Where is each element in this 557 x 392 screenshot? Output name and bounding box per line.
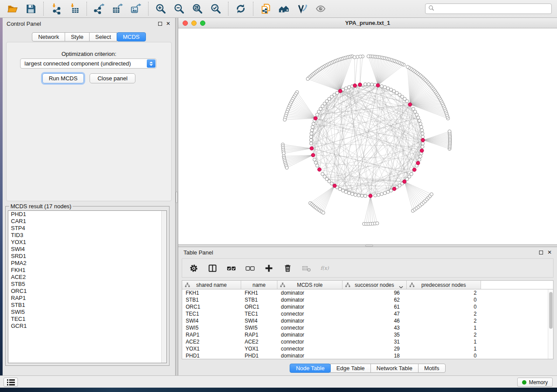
run-mcds-button[interactable]: Run MCDS: [42, 73, 84, 83]
open-folder-icon[interactable]: [5, 1, 20, 16]
memory-button[interactable]: Memory: [517, 378, 553, 387]
close-panel-icon[interactable]: ✕: [166, 21, 170, 27]
tab-edge-table[interactable]: Edge Table: [330, 364, 371, 373]
table-row[interactable]: ORC1ORC1dominator610: [182, 303, 548, 310]
zoom-out-icon[interactable]: [172, 1, 187, 16]
tab-style[interactable]: Style: [65, 32, 90, 41]
tab-motifs[interactable]: Motifs: [418, 364, 446, 373]
float-panel-icon[interactable]: [158, 22, 162, 26]
delete-column-icon[interactable]: [282, 263, 293, 273]
zoom-in-icon[interactable]: [153, 1, 168, 16]
mcds-hub-node[interactable]: [310, 147, 313, 150]
mcds-result-item[interactable]: STP4: [8, 225, 166, 232]
search-input[interactable]: [437, 6, 549, 12]
select-all-checkboxes-icon[interactable]: [226, 263, 236, 273]
table-row[interactable]: YOX1YOX1connector291: [182, 345, 548, 352]
network-canvas[interactable]: [178, 28, 557, 244]
column-header-shared-name[interactable]: shared name: [182, 281, 241, 289]
mcds-hub-node[interactable]: [311, 153, 315, 157]
table-row[interactable]: TEC1TEC1connector472: [182, 310, 548, 317]
column-header-MCDS-role[interactable]: MCDS role: [277, 281, 343, 289]
mcds-result-item[interactable]: SWI5: [8, 309, 166, 316]
tab-network[interactable]: Network: [32, 32, 65, 41]
add-column-icon[interactable]: [263, 263, 274, 273]
scrollbar-thumb[interactable]: [549, 292, 553, 329]
column-header-name[interactable]: name: [241, 281, 277, 289]
mcds-hub-node[interactable]: [314, 117, 317, 120]
table-scrollbar[interactable]: [548, 289, 553, 359]
close-panel-button[interactable]: Close panel: [90, 73, 135, 83]
mcds-hub-node[interactable]: [416, 161, 420, 165]
import-network-icon[interactable]: [48, 1, 63, 16]
tab-network-table[interactable]: Network Table: [370, 364, 419, 373]
mcds-result-item[interactable]: PMA2: [8, 260, 166, 267]
export-table-icon[interactable]: [110, 1, 125, 16]
mcds-hub-node[interactable]: [369, 194, 372, 198]
mcds-result-list[interactable]: PHD1CAR1STP4TID3YOX1SWI4SRD1PMA2FKH1ACE2…: [8, 210, 167, 363]
mcds-result-item[interactable]: ORC1: [8, 288, 166, 295]
close-panel-icon[interactable]: ✕: [547, 249, 552, 255]
export-image-icon[interactable]: [128, 1, 143, 16]
mcds-result-item[interactable]: SWI4: [8, 246, 166, 253]
task-list-button[interactable]: [3, 378, 18, 387]
tab-mcds[interactable]: MCDS: [117, 32, 145, 41]
mcds-hub-node[interactable]: [403, 180, 406, 183]
table-row[interactable]: FKH1FKH1dominator962: [182, 289, 548, 296]
mcds-hub-node[interactable]: [421, 138, 425, 142]
refresh-icon[interactable]: [233, 1, 248, 16]
import-table-icon[interactable]: [67, 1, 82, 16]
eye-icon[interactable]: [313, 1, 328, 16]
column-header-successor-nodes[interactable]: successor nodes: [343, 281, 407, 289]
export-network-icon[interactable]: [92, 1, 107, 16]
column-layout-icon[interactable]: [207, 263, 218, 273]
table-row[interactable]: PHD1PHD1dominator180: [182, 352, 548, 359]
splitter-grip[interactable]: [176, 192, 178, 203]
mcds-result-item[interactable]: GCR1: [8, 323, 166, 330]
mcds-result-item[interactable]: TEC1: [8, 316, 166, 323]
table-row[interactable]: SWI4SWI4dominator462: [182, 317, 548, 324]
mcds-hub-node[interactable]: [318, 168, 321, 171]
settings-gear-icon[interactable]: [188, 263, 199, 273]
mcds-result-item[interactable]: PHD1: [8, 211, 166, 218]
zoom-selected-icon[interactable]: [208, 1, 223, 16]
mcds-result-item[interactable]: STB1: [8, 302, 166, 309]
tab-node-table[interactable]: Node Table: [290, 364, 331, 373]
search-icon: [428, 5, 437, 13]
mcds-hub-node[interactable]: [420, 149, 424, 152]
mcds-hub-node[interactable]: [339, 89, 342, 93]
mcds-hub-node[interactable]: [376, 83, 380, 87]
mcds-hub-node[interactable]: [392, 187, 396, 190]
houses-icon[interactable]: [277, 1, 291, 16]
mcds-result-item[interactable]: TID3: [8, 232, 166, 239]
mcds-result-item[interactable]: RAP1: [8, 295, 166, 302]
vertical-splitter[interactable]: [175, 18, 178, 375]
mcds-result-item[interactable]: FKH1: [8, 267, 166, 274]
mcds-hub-node[interactable]: [412, 168, 416, 172]
tab-select[interactable]: Select: [89, 32, 117, 41]
table-row[interactable]: SWI5SWI5connector431: [182, 324, 548, 331]
network-titlebar[interactable]: YPA_prune.txt_1: [178, 18, 557, 28]
table-row[interactable]: RAP1RAP1dominator352: [182, 331, 548, 338]
mcds-hub-node[interactable]: [333, 184, 336, 187]
mcds-result-item[interactable]: CAR1: [8, 218, 166, 225]
deselect-checkboxes-icon[interactable]: [245, 263, 255, 273]
mcds-result-item[interactable]: YOX1: [8, 239, 166, 246]
documents-share-icon[interactable]: [258, 1, 273, 16]
save-icon[interactable]: [24, 1, 38, 16]
float-panel-icon[interactable]: [539, 251, 543, 254]
mcds-result-item[interactable]: STB5: [8, 281, 166, 288]
vizmapper-icon[interactable]: [295, 1, 310, 16]
optimization-select[interactable]: largest connected component (undirected): [20, 58, 156, 69]
table-row[interactable]: ACE2ACE2connector311: [182, 338, 548, 345]
mcds-hub-node[interactable]: [353, 84, 356, 87]
mcds-hub-node[interactable]: [358, 83, 362, 86]
splitter-grip[interactable]: [365, 245, 373, 247]
search-box[interactable]: [425, 3, 552, 14]
mcds-hub-node[interactable]: [408, 103, 412, 106]
column-header-predecessor-nodes[interactable]: predecessor nodes: [407, 281, 481, 289]
list-scrollbar[interactable]: [161, 211, 166, 363]
mcds-result-item[interactable]: SRD1: [8, 253, 166, 260]
mcds-result-item[interactable]: ACE2: [8, 274, 166, 281]
table-row[interactable]: STB1STB1dominator620: [182, 296, 548, 303]
zoom-fit-icon[interactable]: [190, 1, 205, 16]
